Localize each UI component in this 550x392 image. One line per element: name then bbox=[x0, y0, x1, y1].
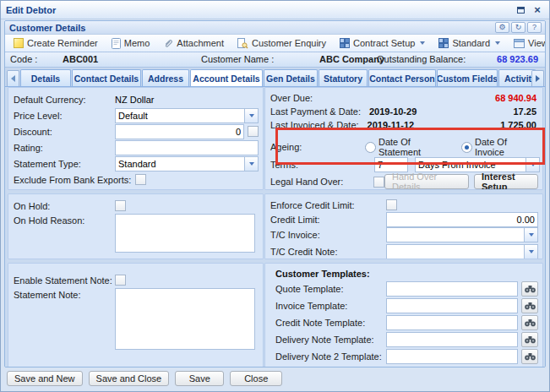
tc-credit-note-input[interactable] bbox=[386, 244, 524, 259]
window-title: Edit Debtor bbox=[6, 5, 56, 15]
footer-button-bar: Save and New Save and Close Save Close bbox=[4, 368, 546, 389]
chevron-down-icon[interactable] bbox=[524, 244, 538, 259]
quote-template-lookup-button[interactable] bbox=[521, 281, 538, 297]
settings-button[interactable]: ⚙ bbox=[495, 22, 509, 33]
tab-activity[interactable]: Activity bbox=[498, 69, 536, 86]
standard-button[interactable]: Standard bbox=[435, 37, 504, 49]
group-statement-note: Enable Statement Note: Statement Note: bbox=[8, 263, 264, 368]
interest-setup-button[interactable]: Interest Setup bbox=[474, 174, 538, 189]
arrow-right-icon bbox=[536, 75, 540, 82]
on-hold-reason-label: On Hold Reason: bbox=[14, 214, 115, 226]
close-icon: × bbox=[534, 4, 541, 15]
chevron-down-icon[interactable] bbox=[525, 157, 540, 172]
statement-note-textarea[interactable] bbox=[115, 288, 255, 350]
tc-credit-note-select[interactable] bbox=[386, 244, 538, 259]
tc-credit-note-row: T/C Credit Note: bbox=[270, 243, 538, 259]
delivery-note-template-input[interactable] bbox=[386, 332, 518, 347]
help-button[interactable]: ? bbox=[527, 22, 542, 33]
tab-scroll-right-button[interactable] bbox=[531, 70, 544, 86]
enforce-credit-limit-checkbox[interactable] bbox=[386, 199, 397, 210]
create-reminder-button[interactable]: Create Reminder bbox=[10, 37, 101, 49]
view-linked-sn-button[interactable]: View Linked S/N bbox=[510, 37, 546, 49]
tab-account-details[interactable]: Account Details bbox=[190, 69, 263, 86]
binoculars-icon bbox=[525, 335, 536, 344]
on-hold-reason-textarea[interactable] bbox=[115, 214, 255, 253]
ageing-option-invoice-label[interactable]: Date Of Invoice bbox=[475, 137, 538, 157]
tab-gen-details[interactable]: Gen Details bbox=[264, 69, 318, 86]
tab-details[interactable]: Details bbox=[20, 69, 71, 86]
on-hold-checkbox[interactable] bbox=[115, 200, 126, 211]
tab-contact-details[interactable]: Contact Details bbox=[72, 69, 141, 86]
chevron-down-icon[interactable] bbox=[244, 108, 259, 123]
discount-input[interactable] bbox=[115, 124, 244, 139]
legal-hand-over-checkbox[interactable] bbox=[373, 177, 384, 188]
close-button[interactable]: Close bbox=[230, 371, 282, 386]
tab-custom-fields[interactable]: Custom Fields bbox=[437, 69, 498, 86]
ageing-radio-date-of-statement[interactable] bbox=[365, 142, 376, 153]
save-button[interactable]: Save bbox=[175, 371, 224, 386]
tab-contact-person[interactable]: Contact Person bbox=[368, 69, 436, 86]
tc-invoice-select[interactable] bbox=[386, 227, 538, 242]
binoculars-icon bbox=[525, 352, 536, 361]
chevron-down-icon[interactable] bbox=[524, 227, 538, 242]
tab-strip: Details Contact Details Address Account … bbox=[5, 68, 545, 87]
window-close-button[interactable]: × bbox=[531, 3, 544, 16]
statement-type-row: Statement Type: bbox=[14, 155, 259, 172]
rating-input[interactable] bbox=[115, 140, 259, 155]
contract-setup-button[interactable]: Contract Setup bbox=[336, 37, 428, 49]
credit-note-template-row: Credit Note Template: bbox=[270, 314, 538, 331]
credit-note-template-label: Credit Note Template: bbox=[270, 318, 386, 328]
group-on-hold: On Hold: On Hold Reason: bbox=[8, 193, 264, 259]
exclude-bank-exports-checkbox[interactable] bbox=[135, 174, 146, 185]
statement-type-select[interactable] bbox=[115, 156, 259, 172]
price-level-label: Price Level: bbox=[14, 111, 115, 121]
save-and-close-button[interactable]: Save and Close bbox=[89, 371, 170, 386]
account-details-content: Default Currency: NZ Dollar Price Level:… bbox=[5, 87, 545, 367]
discount-checkbox[interactable] bbox=[248, 126, 259, 137]
memo-button[interactable]: Memo bbox=[108, 37, 154, 50]
terms-input[interactable] bbox=[374, 157, 408, 172]
tab-scroll-left-button[interactable] bbox=[7, 70, 19, 86]
window-icon bbox=[514, 39, 525, 48]
tab-statutory[interactable]: Statutory bbox=[319, 69, 368, 86]
customer-enquiry-button[interactable]: Customer Enquiry bbox=[234, 37, 329, 50]
last-payment-value: 17.25 bbox=[417, 106, 538, 117]
rating-row: Rating: bbox=[14, 139, 259, 155]
binoculars-icon bbox=[525, 285, 536, 293]
credit-note-template-input[interactable] bbox=[386, 315, 518, 330]
legal-hand-over-label: Legal Hand Over: bbox=[270, 177, 372, 187]
invoice-template-input[interactable] bbox=[386, 298, 518, 313]
discount-label: Discount: bbox=[14, 127, 115, 137]
price-level-select[interactable] bbox=[115, 108, 259, 123]
chevron-down-icon[interactable] bbox=[244, 156, 259, 172]
credit-note-template-lookup-button[interactable] bbox=[521, 315, 538, 330]
enable-statement-note-checkbox[interactable] bbox=[115, 275, 126, 286]
ageing-radio-date-of-invoice[interactable] bbox=[461, 142, 472, 153]
edit-debtor-window: Edit Debtor × Customer Details ⚙ ↻ ? Cre… bbox=[0, 0, 550, 392]
terms-unit-select[interactable] bbox=[415, 157, 540, 172]
price-level-input[interactable] bbox=[115, 108, 244, 123]
terms-unit-input[interactable] bbox=[415, 157, 525, 172]
code-value: ABC001 bbox=[63, 54, 98, 64]
attachment-button[interactable]: Attachment bbox=[160, 37, 227, 49]
refresh-button[interactable]: ↻ bbox=[511, 22, 525, 33]
save-and-new-button[interactable]: Save and New bbox=[7, 371, 83, 386]
tc-invoice-input[interactable] bbox=[386, 227, 524, 242]
credit-limit-input[interactable] bbox=[386, 212, 538, 227]
contract-setup-label: Contract Setup bbox=[353, 38, 415, 48]
maximize-button[interactable] bbox=[514, 3, 527, 16]
customer-name-label: Customer Name : bbox=[201, 54, 274, 64]
hand-over-details-button[interactable]: Hand Over Details bbox=[384, 174, 469, 189]
memo-label: Memo bbox=[124, 38, 150, 48]
delivery-note-2-template-lookup-button[interactable] bbox=[521, 349, 538, 364]
quote-template-input[interactable] bbox=[386, 281, 518, 297]
delivery-note-2-template-input[interactable] bbox=[386, 349, 518, 364]
panel-header: Customer Details ⚙ ↻ ? bbox=[5, 21, 545, 35]
enable-statement-note-label: Enable Statement Note: bbox=[14, 275, 115, 286]
delivery-note-template-lookup-button[interactable] bbox=[521, 332, 538, 347]
tab-address[interactable]: Address bbox=[142, 69, 189, 86]
statement-type-input[interactable] bbox=[115, 156, 244, 172]
ageing-option-statement-label[interactable]: Date Of Statement bbox=[378, 137, 455, 157]
invoice-template-lookup-button[interactable] bbox=[521, 298, 538, 313]
toolbar: Create Reminder Memo Attachment Customer… bbox=[5, 35, 545, 52]
